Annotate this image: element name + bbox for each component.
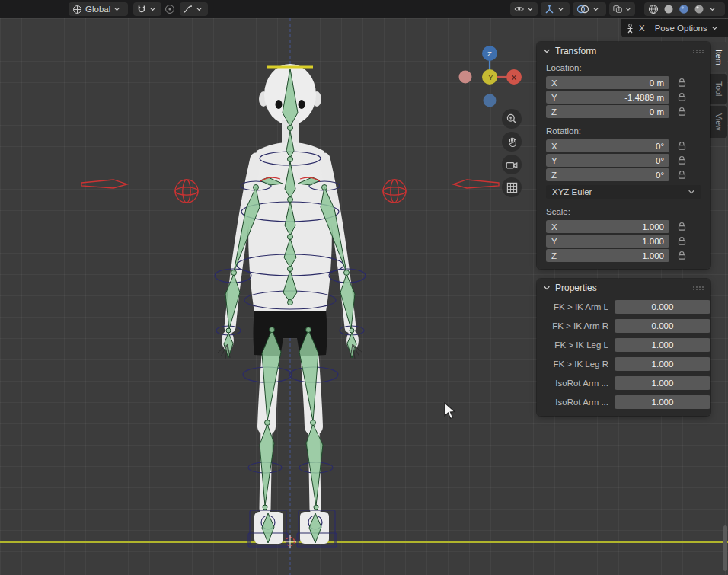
- chevron-down-icon: [688, 189, 695, 195]
- axis-label: Y: [551, 93, 557, 102]
- properties-panel-header[interactable]: Properties: [537, 279, 710, 297]
- transform-panel: Transform Location: X 0 m Y -1.4889 m Z …: [537, 42, 710, 269]
- lock-icon[interactable]: [677, 155, 687, 165]
- chevron-down-icon[interactable]: [711, 25, 718, 31]
- tab-tool[interactable]: Tool: [710, 74, 727, 104]
- grid-toggle-icon: [506, 182, 518, 193]
- proportional-editing-toggle[interactable]: [164, 4, 175, 14]
- chevron-down-icon: [113, 6, 120, 12]
- panel-grip-icon[interactable]: [692, 49, 704, 54]
- orientation-label: Global: [85, 5, 110, 14]
- camera-view-button[interactable]: [502, 155, 522, 174]
- axis-label: Z: [551, 107, 557, 117]
- property-row: IsoRot Arm ... 1.000: [537, 373, 710, 392]
- gizmo-axes-icon: [544, 5, 554, 14]
- property-field[interactable]: 0.000: [615, 300, 710, 314]
- snap-dropdown[interactable]: [133, 2, 161, 16]
- property-field[interactable]: 1.000: [615, 395, 710, 409]
- lock-icon[interactable]: [677, 92, 687, 102]
- pose-armature-icon: [625, 24, 635, 34]
- gizmo-neg-y-label: -Y: [487, 74, 493, 81]
- lock-icon[interactable]: [677, 141, 687, 151]
- axis-label: Z: [551, 171, 557, 180]
- rendered-shading-icon[interactable]: [694, 4, 704, 14]
- property-value: 1.000: [652, 359, 674, 369]
- lock-icon[interactable]: [677, 222, 687, 232]
- property-value: 1.000: [652, 340, 674, 350]
- location-y-row: Y -1.4889 m: [537, 90, 710, 104]
- scale-z-field[interactable]: Z 1.000: [546, 249, 669, 262]
- property-label: FK > IK Leg L: [540, 340, 615, 350]
- viewport-scrollbar[interactable]: [723, 525, 727, 571]
- panel-title: Properties: [555, 283, 688, 293]
- zoom-icon: [506, 113, 518, 125]
- field-value: 1.000: [642, 237, 664, 246]
- chevron-down-icon: [527, 6, 534, 12]
- pan-button[interactable]: [502, 132, 522, 152]
- property-label: FK > IK Arm L: [540, 302, 615, 311]
- pose-options-menu[interactable]: Pose Options: [655, 24, 707, 33]
- lock-icon[interactable]: [677, 78, 687, 88]
- chevron-down-icon[interactable]: [709, 6, 716, 12]
- material-shading-icon[interactable]: [679, 4, 689, 14]
- gizmos-dropdown[interactable]: [541, 2, 570, 16]
- property-value: 0.000: [652, 302, 674, 311]
- navigation-gizmo[interactable]: Z X -Y: [455, 44, 525, 111]
- axis-label: Y: [551, 237, 557, 246]
- zoom-button[interactable]: [502, 109, 522, 129]
- property-field[interactable]: 0.000: [615, 319, 710, 333]
- wireframe-shading-icon[interactable]: [648, 4, 659, 14]
- rotation-mode-dropdown[interactable]: XYZ Euler: [546, 185, 701, 199]
- view-object-types-dropdown[interactable]: [510, 2, 538, 16]
- lock-icon[interactable]: [677, 236, 687, 246]
- pan-hand-icon: [506, 136, 518, 148]
- property-label: IsoRot Arm ...: [540, 379, 615, 388]
- orientation-dropdown[interactable]: Global: [69, 2, 128, 16]
- location-y-field[interactable]: Y -1.4889 m: [546, 91, 669, 104]
- gizmo-neg-x-axis: [459, 71, 472, 84]
- location-x-row: X 0 m: [537, 75, 710, 90]
- location-z-field[interactable]: Z 0 m: [546, 105, 669, 118]
- properties-panel: Properties FK > IK Arm L 0.000 FK > IK A…: [537, 279, 710, 416]
- property-label: FK > IK Arm R: [540, 321, 615, 331]
- snap-magnet-icon: [137, 5, 146, 14]
- property-label: FK > IK Leg R: [540, 359, 615, 369]
- field-value: 0°: [656, 156, 664, 165]
- xray-toggle[interactable]: [609, 2, 635, 16]
- chevron-down-icon: [149, 6, 156, 12]
- rotation-z-row: Z 0°: [537, 168, 710, 182]
- xray-icon: [613, 5, 622, 14]
- grid-toggle-button[interactable]: [502, 177, 522, 197]
- property-field[interactable]: 1.000: [615, 338, 710, 352]
- tab-item[interactable]: Item: [710, 42, 727, 72]
- camera-view-icon: [506, 159, 518, 170]
- lock-icon[interactable]: [677, 107, 687, 117]
- scale-x-field[interactable]: X 1.000: [546, 220, 669, 233]
- lock-icon[interactable]: [677, 170, 687, 180]
- transform-panel-header[interactable]: Transform: [537, 42, 710, 60]
- rotation-z-field[interactable]: Z 0°: [546, 168, 669, 181]
- proportional-editing-icon: [164, 4, 175, 14]
- property-row: IsoRot Arm ... 1.000: [537, 392, 710, 411]
- rotation-x-field[interactable]: X 0°: [546, 139, 669, 152]
- falloff-dropdown[interactable]: [180, 2, 208, 16]
- axis-label: Y: [551, 156, 557, 165]
- tab-view[interactable]: View: [710, 106, 727, 139]
- property-field[interactable]: 1.000: [615, 376, 710, 390]
- property-field[interactable]: 1.000: [615, 357, 710, 371]
- axis-label: Z: [551, 251, 557, 260]
- location-x-field[interactable]: X 0 m: [546, 76, 669, 89]
- solid-shading-icon[interactable]: [663, 4, 674, 14]
- chevron-down-icon: [625, 6, 631, 12]
- property-value: 1.000: [652, 398, 674, 407]
- overlays-dropdown[interactable]: [573, 2, 606, 16]
- rotation-mode-value: XYZ Euler: [552, 187, 592, 196]
- gizmo-neg-z-axis: [484, 94, 497, 107]
- panel-expand-icon: [543, 285, 551, 291]
- panel-grip-icon[interactable]: [692, 286, 704, 291]
- rotation-y-field[interactable]: Y 0°: [546, 154, 669, 167]
- lock-icon[interactable]: [677, 251, 687, 260]
- scale-y-field[interactable]: Y 1.000: [546, 235, 669, 248]
- axis-label: X: [551, 142, 557, 151]
- axis-label: X: [551, 222, 557, 232]
